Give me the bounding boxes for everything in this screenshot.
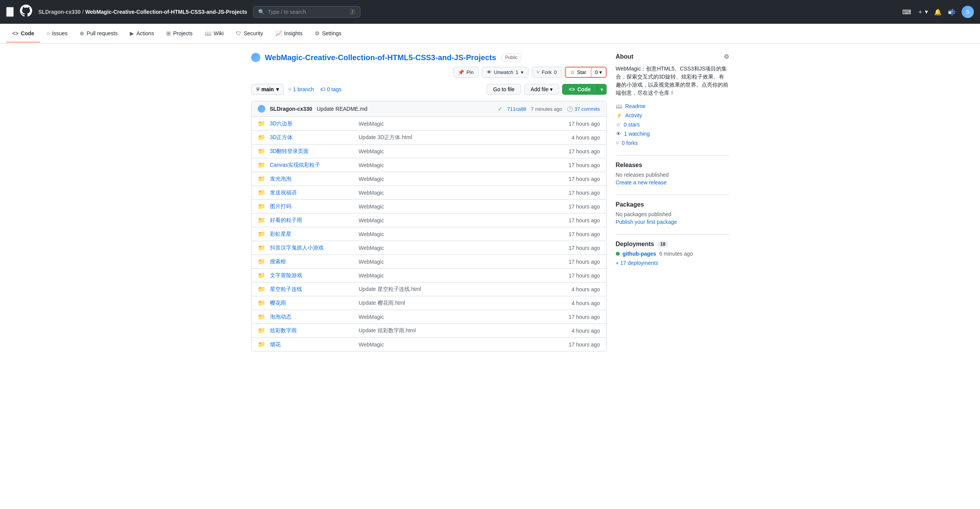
repo-owner-avatar <box>251 53 260 62</box>
about-title: About <box>616 53 633 60</box>
nav-wiki[interactable]: 📖 Wiki <box>199 25 230 43</box>
file-name-link[interactable]: 3D正方体 <box>270 134 354 141</box>
folder-icon: 📁 <box>258 217 265 224</box>
repo-title[interactable]: WebMagic-Creative-Collection-of-HTML5-CS… <box>265 53 496 62</box>
terminal-button[interactable]: ⌨ <box>902 8 911 16</box>
file-time: 4 hours ago <box>572 135 600 141</box>
file-name-link[interactable]: 彩虹星星 <box>270 231 354 238</box>
file-time: 17 hours ago <box>569 121 600 127</box>
stars-link[interactable]: ☆ 0 stars <box>616 122 729 128</box>
file-name-link[interactable]: 炫彩数字雨 <box>270 327 354 334</box>
create-button[interactable]: ＋ ▾ <box>917 8 928 16</box>
hamburger-menu[interactable]: ☰ <box>6 7 14 17</box>
commit-author[interactable]: SLDragon-cx330 <box>270 106 312 112</box>
nav-projects[interactable]: ⊞ Projects <box>160 25 199 43</box>
commit-sha[interactable]: 711ca88 <box>507 106 526 112</box>
file-commit-msg: WebMagic <box>359 121 564 127</box>
forks-link[interactable]: ⑂ 0 forks <box>616 140 729 146</box>
file-name-link[interactable]: 发送祝福语 <box>270 189 354 196</box>
file-time: 17 hours ago <box>569 162 600 168</box>
branch-icon-small: ⑂ <box>288 86 291 92</box>
folder-icon: 📁 <box>258 189 265 196</box>
file-name-link[interactable]: 文字冒险游戏 <box>270 272 354 279</box>
code-button[interactable]: <> Code <box>562 84 597 95</box>
file-time: 17 hours ago <box>569 190 600 196</box>
pin-button[interactable]: 📌 Pin <box>453 67 479 78</box>
watching-link[interactable]: 👁 1 watching <box>616 131 729 137</box>
branch-count[interactable]: ⑂ 1 branch <box>288 86 314 92</box>
file-name-link[interactable]: 泡泡动态 <box>270 314 354 320</box>
file-name-link[interactable]: 图片打码 <box>270 203 354 210</box>
file-name-link[interactable]: 3D六边形 <box>270 120 354 127</box>
no-packages: No packages published <box>616 211 729 217</box>
publish-package-link[interactable]: Publish your first package <box>616 219 677 225</box>
file-name-link[interactable]: 好看的粒子雨 <box>270 217 354 224</box>
file-time: 17 hours ago <box>569 217 600 223</box>
avatar[interactable]: S <box>962 6 974 18</box>
fork-icon: ⑂ <box>537 69 540 75</box>
create-release-link[interactable]: Create a new release <box>616 179 667 186</box>
history-icon: 🕐 <box>567 106 573 112</box>
readme-link[interactable]: 📖 Readme <box>616 103 729 109</box>
file-name-link[interactable]: Canvas实现炫彩粒子 <box>270 162 354 169</box>
packages-title: Packages <box>616 201 729 208</box>
search-bar[interactable]: 🔍 / <box>253 6 360 18</box>
nav-pull-requests[interactable]: ⊕ Pull requests <box>74 25 124 43</box>
deploy-link[interactable]: github-pages <box>623 251 656 257</box>
file-name-link[interactable]: 3D翻转登录页面 <box>270 148 354 155</box>
repo-navigation: <> Code ○ Issues ⊕ Pull requests ▶ Actio… <box>0 24 980 44</box>
nav-insights[interactable]: 📈 Insights <box>269 25 309 43</box>
notification-button[interactable]: 🔔 <box>934 8 942 16</box>
code-dropdown[interactable]: ▾ <box>597 84 607 95</box>
file-name-link[interactable]: 樱花雨 <box>270 300 354 307</box>
table-row: 📁 发光泡泡 WebMagic 17 hours ago <box>252 172 606 186</box>
folder-icon: 📁 <box>258 148 265 155</box>
chevron-down-icon: ▾ <box>521 69 524 75</box>
repo-link[interactable]: WebMagic-Creative-Collection-of-HTML5-CS… <box>85 9 247 15</box>
activity-link[interactable]: ⚡ Activity <box>616 112 729 118</box>
folder-icon: 📁 <box>258 286 265 293</box>
owner-link[interactable]: SLDragon-cx330 <box>38 9 80 15</box>
file-name-link[interactable]: 星空粒子连线 <box>270 286 354 293</box>
goto-file-button[interactable]: Go to file <box>487 84 521 95</box>
commit-message: Update README.md <box>317 106 367 112</box>
file-commit-msg: WebMagic <box>359 162 564 168</box>
nav-issues[interactable]: ○ Issues <box>40 25 74 43</box>
star-button[interactable]: ☆ Star <box>565 67 591 78</box>
file-time: 17 hours ago <box>569 259 600 265</box>
file-name-link[interactable]: 发光泡泡 <box>270 176 354 182</box>
table-row: 📁 泡泡动态 WebMagic 17 hours ago <box>252 310 606 324</box>
table-row: 📁 图片打码 WebMagic 17 hours ago <box>252 200 606 213</box>
github-logo[interactable] <box>20 5 32 19</box>
file-time: 17 hours ago <box>569 176 600 182</box>
file-name-link[interactable]: 搜索框 <box>270 258 354 265</box>
projects-icon: ⊞ <box>166 30 171 36</box>
file-name-link[interactable]: 烟花 <box>270 341 354 348</box>
search-input[interactable] <box>268 9 347 15</box>
file-name-link[interactable]: 抖音汉字鬼抓人小游戏 <box>270 245 354 251</box>
top-navigation: ☰ SLDragon-cx330 / WebMagic-Creative-Col… <box>0 0 980 24</box>
about-header: About ⚙ <box>616 53 729 60</box>
nav-actions[interactable]: ▶ Actions <box>124 25 160 43</box>
commits-count[interactable]: 🕐 37 commits <box>567 106 600 112</box>
nav-code[interactable]: <> Code <box>6 25 40 43</box>
inbox-button[interactable]: 📬 <box>948 8 955 16</box>
code-icon: <> <box>12 30 18 36</box>
chevron-down-add: ▾ <box>550 86 553 92</box>
code-button-group: <> Code ▾ <box>562 84 606 95</box>
more-deployments-link[interactable]: + 17 deployments <box>616 260 729 266</box>
star-count-button[interactable]: 0 ▾ <box>591 67 607 78</box>
nav-settings[interactable]: ⚙ Settings <box>309 25 348 43</box>
watch-button[interactable]: 👁 Unwatch 1 ▾ <box>482 67 528 78</box>
fork-button[interactable]: ⑂ Fork 0 <box>532 67 562 78</box>
about-settings-icon[interactable]: ⚙ <box>724 53 729 60</box>
nav-security[interactable]: 🛡 Security <box>230 25 269 43</box>
file-time: 17 hours ago <box>569 314 600 320</box>
folder-icon: 📁 <box>258 203 265 210</box>
branch-selector[interactable]: ⑂ main ▾ <box>251 84 284 95</box>
tag-count[interactable]: 🏷 0 tags <box>320 86 342 92</box>
add-file-button[interactable]: Add file ▾ <box>524 84 560 95</box>
file-commit-msg: Update 3D正方体.html <box>359 134 567 141</box>
file-commit-msg: Update 星空粒子连线.html <box>359 286 567 293</box>
about-description: WebMagic：创意HTML5、CSS3和JS项目的集合，探索交互式的3D旋转… <box>616 65 729 97</box>
